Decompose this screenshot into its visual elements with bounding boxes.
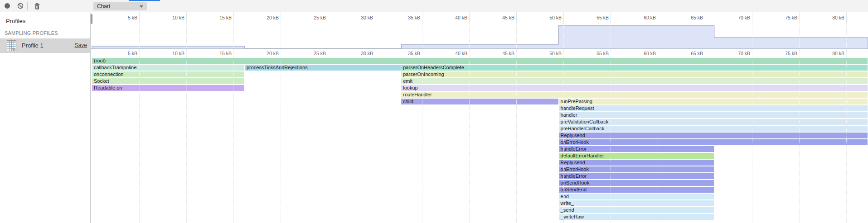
flame-bar[interactable]: parserOnIncoming bbox=[401, 71, 868, 77]
flame-bar[interactable]: Reply.send bbox=[559, 133, 868, 138]
flame-bar-label: onconnection bbox=[92, 71, 244, 77]
ruler-tick-label: 65 kB bbox=[677, 15, 703, 20]
flame-bar[interactable]: Readable.on bbox=[92, 85, 244, 91]
flame-bar[interactable]: _writeRaw bbox=[559, 214, 714, 220]
chart-view-select-value: Chart bbox=[97, 3, 140, 9]
flame-bar[interactable]: preValidationCallback bbox=[559, 119, 868, 125]
ruler-tick-label: 75 kB bbox=[771, 15, 797, 20]
gridline-dotted bbox=[281, 24, 281, 223]
memory-overview[interactable] bbox=[91, 24, 868, 49]
chart-view-select[interactable]: Chart bbox=[93, 2, 147, 10]
profile-name: Profile 1 bbox=[22, 42, 44, 49]
flame-bar[interactable]: handler bbox=[559, 112, 868, 118]
gridline-dotted bbox=[611, 24, 611, 223]
flame-bar[interactable]: onconnection bbox=[92, 71, 244, 77]
ruler-tick-label: 35 kB bbox=[394, 51, 420, 56]
ruler-tick-label: 80 kB bbox=[818, 51, 844, 56]
gridline-dotted bbox=[705, 24, 705, 223]
gridline-dotted bbox=[516, 24, 517, 223]
ruler-tick-label: 30 kB bbox=[347, 15, 373, 20]
gridline-dotted bbox=[799, 24, 800, 223]
gridline-dotted bbox=[328, 24, 328, 223]
gridline-dotted bbox=[658, 24, 658, 223]
flame-bar-label: Readable.on bbox=[92, 85, 244, 91]
flame-bar[interactable]: callbackTrampoline bbox=[92, 65, 244, 71]
flame-bar[interactable]: processTicksAndRejections bbox=[245, 65, 401, 71]
overview-ruler: 5 kB10 kB15 kB20 kB25 kB30 kB35 kB40 kB4… bbox=[91, 12, 868, 24]
flame-bar-label: handleError bbox=[559, 173, 714, 179]
flame-bar-label: _send bbox=[559, 207, 714, 213]
flame-bar[interactable]: preHandlerCallback bbox=[559, 126, 868, 132]
ruler-tick-label: 10 kB bbox=[158, 15, 184, 20]
flame-bar[interactable]: handleRequest bbox=[559, 105, 868, 111]
active-tab-indicator bbox=[129, 0, 160, 1]
flame-bar-label: handler bbox=[559, 112, 868, 118]
sidebar-item-profile-1[interactable]: % Profile 1 Save bbox=[0, 38, 90, 53]
trash-icon bbox=[34, 3, 40, 9]
devtools-memory-profiler-panel: Chart Profiles SAMPLING PROFILES % Pro bbox=[0, 0, 868, 223]
flame-bar-label: handleRequest bbox=[559, 105, 868, 111]
ruler-tick-label: 65 kB bbox=[677, 51, 703, 56]
profiler-toolbar: Chart bbox=[0, 0, 868, 12]
flame-bar[interactable]: Socket bbox=[92, 78, 244, 84]
flame-bar-label: preHandlerCallback bbox=[559, 126, 868, 132]
flame-bar[interactable]: handleError bbox=[559, 173, 714, 179]
flame-bar[interactable]: onSendEnd bbox=[559, 187, 714, 193]
gridline-dotted bbox=[233, 24, 234, 223]
flame-bar[interactable]: defaultErrorHandler bbox=[559, 153, 714, 159]
flame-bar-label: onErrorHook bbox=[559, 139, 868, 145]
flame-bar[interactable]: runPreParsing bbox=[559, 99, 868, 104]
flame-bar[interactable]: (root) bbox=[92, 58, 868, 64]
ruler-tick-label: 10 kB bbox=[158, 51, 184, 56]
block-icon bbox=[17, 3, 24, 9]
toolbar-divider bbox=[27, 2, 28, 10]
flame-bar-label: _writeRaw bbox=[559, 214, 714, 220]
flame-bar[interactable]: parserOnHeadersComplete bbox=[401, 65, 868, 71]
ruler-tick-label: 55 kB bbox=[582, 51, 609, 56]
flame-bar-label: lookup bbox=[401, 85, 868, 91]
flame-bar-label: onErrorHook bbox=[559, 166, 714, 172]
ruler-tick-label: 70 kB bbox=[724, 51, 750, 56]
save-profile-link[interactable]: Save bbox=[75, 42, 87, 48]
flame-bar[interactable]: child bbox=[401, 99, 558, 104]
clear-profiles-button[interactable] bbox=[15, 0, 26, 12]
record-button[interactable] bbox=[2, 0, 13, 12]
flame-bar[interactable]: onSendHook bbox=[559, 180, 714, 186]
flame-bar-label: parserOnIncoming bbox=[401, 71, 868, 77]
flame-bar[interactable]: onErrorHook bbox=[559, 139, 868, 145]
flame-bar-label: runPreParsing bbox=[559, 99, 868, 104]
flame-bar-label: parserOnHeadersComplete bbox=[401, 65, 868, 71]
flame-bar-label: write_ bbox=[559, 200, 714, 206]
ruler-tick-label: 70 kB bbox=[724, 15, 750, 20]
flame-bar[interactable]: Reply.send bbox=[559, 160, 714, 166]
gridline-dotted bbox=[563, 24, 564, 223]
delete-profile-button[interactable] bbox=[32, 0, 43, 12]
flame-bar[interactable]: onErrorHook bbox=[559, 166, 714, 172]
flame-bar[interactable]: write_ bbox=[559, 200, 714, 206]
ruler-tick-label: 45 kB bbox=[488, 15, 514, 20]
gridline-dotted bbox=[846, 24, 847, 223]
ruler-tick-label: 40 kB bbox=[441, 51, 467, 56]
flame-bar[interactable]: routeHandler bbox=[401, 92, 868, 98]
gridline-dotted bbox=[139, 24, 140, 223]
flame-bar[interactable]: lookup bbox=[401, 85, 868, 91]
flame-bar-label: Socket bbox=[92, 78, 244, 84]
record-icon bbox=[5, 3, 10, 9]
flame-bar-label: callbackTrampoline bbox=[92, 65, 244, 71]
sidebar-title: Profiles bbox=[6, 18, 25, 24]
flame-bar[interactable]: end bbox=[559, 194, 714, 199]
gridline-dotted bbox=[752, 24, 752, 223]
flame-bar[interactable]: handleError bbox=[559, 146, 714, 152]
flame-bar[interactable]: emit bbox=[401, 78, 868, 84]
ruler-tick-label: 55 kB bbox=[582, 15, 609, 20]
flame-bar-label: processTicksAndRejections bbox=[245, 65, 401, 71]
flame-bar-label: defaultErrorHandler bbox=[559, 153, 714, 159]
flame-bar[interactable]: _send bbox=[559, 207, 714, 213]
ruler-tick-label: 20 kB bbox=[252, 51, 279, 56]
flame-bar-label: routeHandler bbox=[401, 92, 868, 98]
ruler-tick-label: 35 kB bbox=[394, 15, 420, 20]
scrollbar-thumb[interactable] bbox=[91, 14, 92, 24]
svg-text:%: % bbox=[12, 47, 15, 51]
ruler-tick-label: 15 kB bbox=[205, 51, 232, 56]
flame-chart: (root)callbackTrampolineprocessTicksAndR… bbox=[91, 57, 868, 223]
